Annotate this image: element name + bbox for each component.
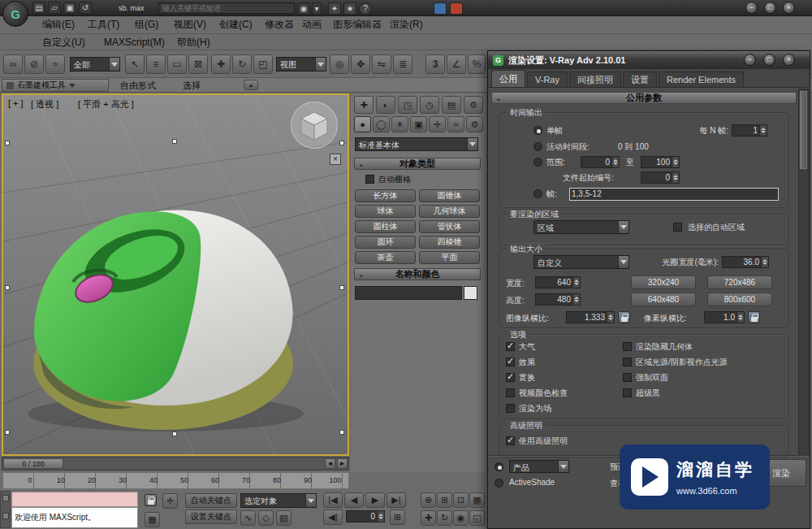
object-button-cylinder[interactable]: 圆柱体 [355,220,416,233]
window-crossing-icon[interactable]: ⊠ [188,54,208,74]
track-bar-ruler[interactable]: 0 10 20 30 40 50 60 70 80 90 100 [2,472,349,489]
object-type-rollout[interactable]: - 对象类型 [354,158,481,170]
dialog-close-button[interactable]: × [783,54,795,66]
dialog-title-bar[interactable]: G 渲染设置: V-Ray Adv 2.10.01 [488,51,810,69]
autogrid-checkbox[interactable] [365,175,374,184]
window-minimize-button[interactable]: – [745,2,758,14]
auto-region-checkbox[interactable] [673,223,682,232]
file-start-field[interactable]: 0 [641,171,680,184]
name-color-rollout[interactable]: - 名称和颜色 [354,268,481,280]
menu-maxscript[interactable]: MAXScript(M) [99,34,170,50]
search-binoculars-icon[interactable]: ◉ [297,2,310,15]
region-close-icon[interactable]: × [330,154,341,165]
force-2sided-checkbox[interactable] [623,373,632,382]
ribbon-tab-selection[interactable]: 选择 [183,80,201,92]
time-slider-track[interactable]: 0 / 100 ◄ ► [2,457,349,470]
object-button-cone[interactable]: 圆锥体 [419,189,480,202]
menu-modifiers[interactable]: 修改器 [260,16,299,33]
systems-category-icon[interactable]: ⚙ [466,116,483,132]
viewport-shading-label[interactable]: [ 平滑 + 高光 ] [78,98,134,111]
menu-customize[interactable]: 自定义(U) [37,34,90,50]
menu-graph-editors[interactable]: 图形编辑器 [328,16,387,33]
render-to-fields-checkbox[interactable] [506,404,515,413]
create-tab-icon[interactable]: ✚ [354,96,374,114]
res-720x486-button[interactable]: 720x486 [707,275,772,289]
grid-status-icon[interactable]: ▦ [145,512,160,527]
geometry-category-icon[interactable]: ● [354,116,371,132]
area-mode-dropdown[interactable]: 区域 [533,220,629,234]
unlink-icon[interactable]: ⊘ [24,54,44,74]
current-frame-field[interactable]: 0 [346,510,385,522]
window-maximize-button[interactable]: □ [764,2,776,14]
helpers-category-icon[interactable]: ✛ [429,116,446,132]
viewport-pos-label[interactable]: [ + ] [8,98,24,108]
dropdown-caret-icon[interactable] [618,256,628,268]
display-tab-icon[interactable]: ▤ [442,96,461,114]
dropdown-caret-icon[interactable] [315,58,326,71]
align-icon[interactable]: ≣ [393,54,412,74]
select-by-name-icon[interactable]: ≡ [146,54,166,74]
frames-field[interactable]: 1,3,5-12 [569,188,779,201]
range-radio[interactable] [533,158,542,167]
super-black-checkbox[interactable] [623,388,632,397]
quick-new-icon[interactable]: ▤ [32,2,45,14]
selection-handle[interactable] [5,285,10,290]
scrollbar-thumb[interactable] [800,91,807,169]
next-frame-arrow-icon[interactable]: ► [337,458,348,469]
menu-rendering[interactable]: 渲染(R) [385,16,428,33]
percent-snap-icon[interactable]: % [468,54,486,74]
dialog-minimize-button[interactable]: – [744,54,756,66]
menu-create[interactable]: 创建(C) [214,16,257,33]
tab-vray[interactable]: V-Ray [527,72,568,87]
menu-group[interactable]: 组(G) [130,16,163,33]
object-button-teapot[interactable]: 茶壶 [355,251,416,264]
time-slider-thumb[interactable]: 0 / 100 [3,458,63,469]
quick-open-icon[interactable]: ▱ [48,2,61,14]
ribbon-tab-freeform[interactable]: 自由形式 [120,80,156,92]
favorites-star-icon[interactable]: ★ [343,2,356,15]
help-icon[interactable]: ? [359,2,372,15]
active-segment-radio[interactable] [533,142,542,151]
spinner-icon[interactable] [377,511,384,522]
subscription-icon[interactable] [450,2,463,15]
tab-settings[interactable]: 设置 [623,72,657,87]
video-color-check-checkbox[interactable] [506,388,515,397]
range-from-field[interactable]: 0 [581,156,620,168]
search-caret-icon[interactable]: ▾ [312,2,322,15]
select-link-icon[interactable]: ∞ [3,54,23,74]
common-parameters-rollout[interactable]: - 公用参数 [491,92,797,104]
every-n-field[interactable]: 1 [732,124,767,137]
spacewarps-category-icon[interactable]: ≈ [447,116,464,132]
pixel-aspect-field[interactable]: 1.0 [704,311,745,323]
quick-save-icon[interactable]: ▣ [63,2,76,14]
selection-filter-dropdown[interactable]: 全部 [70,57,120,72]
zoom-all-icon[interactable]: ⊞ [437,492,452,508]
use-advanced-lighting-checkbox[interactable] [506,436,515,445]
dialog-maximize-button[interactable]: □ [763,54,775,66]
zoom-extents-icon[interactable]: ⊡ [453,492,469,508]
angle-snap-icon[interactable]: ∠ [447,54,466,74]
selection-handle[interactable] [5,141,10,145]
ribbon-minimize-icon[interactable]: ▴ [244,80,258,90]
hierarchy-tab-icon[interactable]: ◳ [398,96,417,114]
spinner-icon[interactable] [607,312,614,323]
selection-handle[interactable] [339,141,344,145]
snap-toggle-3d-icon[interactable]: 3 [425,54,445,74]
tab-indirect-illumination[interactable]: 间接照明 [569,72,621,87]
go-start-button[interactable]: |◀ [323,492,343,508]
selection-handle[interactable] [172,431,177,436]
auto-key-button[interactable]: 自动关键点 [185,493,237,508]
dropdown-caret-icon[interactable] [109,58,119,71]
spinner-icon[interactable] [761,257,768,267]
frames-radio[interactable] [533,189,542,198]
motion-tab-icon[interactable]: ◷ [420,96,439,114]
object-button-tube[interactable]: 管状体 [419,220,480,233]
selection-handle[interactable] [172,139,177,144]
render-hidden-checkbox[interactable] [623,342,632,351]
community-icon[interactable]: ✦ [328,2,341,15]
output-preset-dropdown[interactable]: 自定义 [533,255,629,269]
key-mode-icon[interactable]: ▧ [276,510,292,526]
tab-render-elements[interactable]: Render Elements [659,72,744,87]
shapes-category-icon[interactable]: ◯ [373,116,390,132]
zoom-icon[interactable]: ⊕ [421,492,436,508]
